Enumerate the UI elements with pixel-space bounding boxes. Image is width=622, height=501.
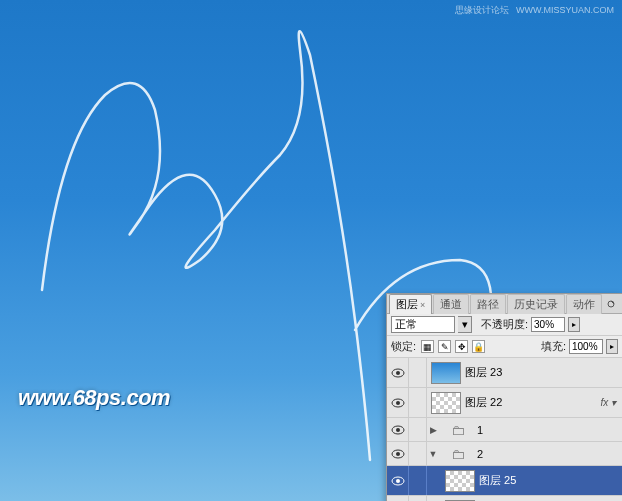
tab-actions[interactable]: 动作 <box>566 294 602 314</box>
link-cell[interactable] <box>409 358 427 387</box>
link-cell[interactable] <box>409 418 427 441</box>
layer-row[interactable]: ▼ 🗀 2 <box>387 442 622 466</box>
blend-mode-select[interactable]: 正常 <box>391 316 455 333</box>
tab-history[interactable]: 历史记录 <box>507 294 565 314</box>
link-cell[interactable] <box>409 388 427 417</box>
link-cell[interactable] <box>409 466 427 495</box>
visibility-toggle[interactable] <box>387 358 409 387</box>
expand-icon[interactable]: ▶ <box>427 425 439 435</box>
fx-badge[interactable]: fx ▾ <box>600 397 616 408</box>
layer-name[interactable]: 2 <box>477 448 622 460</box>
layer-row[interactable]: 背景 <box>387 496 622 501</box>
visibility-toggle[interactable] <box>387 496 409 501</box>
layer-name[interactable]: 图层 23 <box>465 365 622 380</box>
layer-row[interactable]: ▶ 🗀 1 <box>387 418 622 442</box>
svg-point-6 <box>396 428 400 432</box>
expand-icon[interactable]: ▼ <box>427 449 439 459</box>
svg-point-4 <box>396 401 400 405</box>
layer-thumbnail <box>431 392 461 414</box>
fill-input[interactable]: 100% <box>569 339 603 354</box>
layer-row[interactable]: 图层 22 fx ▾ <box>387 388 622 418</box>
layer-thumbnail <box>445 470 475 492</box>
watermark-title: 思缘设计论坛 <box>455 5 509 15</box>
folder-icon: 🗀 <box>443 443 473 465</box>
link-cell[interactable] <box>409 496 427 501</box>
tab-layers[interactable]: 图层× <box>389 294 432 314</box>
tab-close-icon[interactable]: × <box>420 300 425 310</box>
fill-arrow-icon[interactable]: ▸ <box>606 339 618 354</box>
lock-transparent-icon[interactable]: ▦ <box>421 340 434 353</box>
opacity-arrow-icon[interactable]: ▸ <box>568 317 580 332</box>
lock-all-icon[interactable]: 🔒 <box>472 340 485 353</box>
logo-watermark: www.68ps.com <box>18 385 170 411</box>
blend-mode-dropdown-icon[interactable]: ▾ <box>458 316 472 333</box>
visibility-toggle[interactable] <box>387 388 409 417</box>
svg-point-10 <box>396 479 400 483</box>
layer-row[interactable]: 图层 25 <box>387 466 622 496</box>
layer-name[interactable]: 图层 25 <box>479 473 622 488</box>
svg-point-2 <box>396 371 400 375</box>
link-cell[interactable] <box>409 442 427 465</box>
fill-label: 填充: <box>541 339 566 354</box>
visibility-toggle[interactable] <box>387 442 409 465</box>
svg-point-0 <box>608 301 614 307</box>
layer-row[interactable]: 图层 23 <box>387 358 622 388</box>
panel-menu-icon[interactable] <box>604 297 618 311</box>
layer-list: 图层 23 图层 22 fx ▾ ▶ 🗀 1 ▼ 🗀 2 <box>387 358 622 501</box>
panel-tabs: 图层× 通道 路径 历史记录 动作 <box>387 294 622 314</box>
folder-icon: 🗀 <box>443 419 473 441</box>
tab-channels[interactable]: 通道 <box>433 294 469 314</box>
layer-thumbnail <box>431 362 461 384</box>
lock-label: 锁定: <box>391 339 416 354</box>
visibility-toggle[interactable] <box>387 418 409 441</box>
opacity-input[interactable]: 30% <box>531 317 565 332</box>
visibility-toggle[interactable] <box>387 466 409 495</box>
blend-opacity-row: 正常 ▾ 不透明度: 30% ▸ <box>387 314 622 336</box>
layers-panel: 图层× 通道 路径 历史记录 动作 正常 ▾ 不透明度: 30% ▸ 锁定: ▦… <box>386 293 622 501</box>
watermark-top: 思缘设计论坛 WWW.MISSYUAN.COM <box>451 3 614 17</box>
svg-point-8 <box>396 452 400 456</box>
layer-name[interactable]: 图层 22 <box>465 395 600 410</box>
lock-position-icon[interactable]: ✥ <box>455 340 468 353</box>
lock-pixels-icon[interactable]: ✎ <box>438 340 451 353</box>
tab-paths[interactable]: 路径 <box>470 294 506 314</box>
layer-name[interactable]: 1 <box>477 424 622 436</box>
watermark-url: WWW.MISSYUAN.COM <box>516 5 614 15</box>
lock-fill-row: 锁定: ▦ ✎ ✥ 🔒 填充: 100% ▸ <box>387 336 622 358</box>
opacity-label: 不透明度: <box>481 317 528 332</box>
